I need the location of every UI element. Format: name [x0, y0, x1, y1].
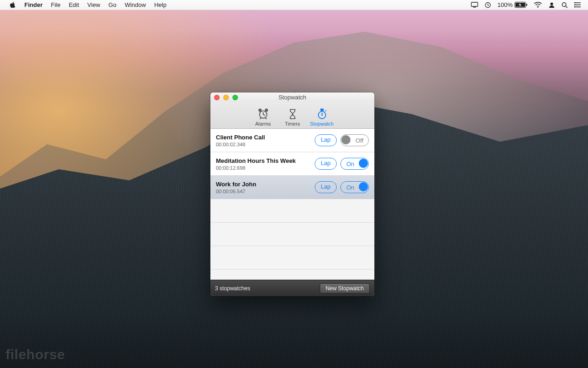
- stopwatch-time: 00:00:02.348: [216, 142, 265, 147]
- menu-edit[interactable]: Edit: [65, 0, 83, 10]
- empty-row: [210, 223, 374, 246]
- svg-rect-25: [321, 109, 323, 110]
- status-battery[interactable]: 100%: [494, 0, 531, 10]
- svg-point-15: [574, 6, 575, 7]
- toolbar: Alarms Timers: [210, 103, 374, 129]
- svg-line-27: [325, 110, 326, 111]
- tab-label: Stopwatch: [308, 121, 336, 126]
- battery-percent-label: 100%: [498, 1, 513, 8]
- hourglass-icon: [279, 107, 306, 121]
- svg-rect-1: [473, 7, 476, 7]
- run-toggle[interactable]: On: [340, 181, 369, 193]
- menu-help[interactable]: Help: [150, 0, 171, 10]
- run-toggle[interactable]: Off: [340, 134, 369, 146]
- tab-label: Timers: [279, 121, 306, 126]
- svg-point-7: [550, 2, 553, 5]
- tab-alarms[interactable]: Alarms: [249, 107, 277, 126]
- empty-row: [210, 246, 374, 270]
- menu-file[interactable]: File: [47, 0, 65, 10]
- apple-menu[interactable]: [6, 2, 20, 8]
- svg-point-13: [574, 2, 575, 3]
- stopwatch-list: Client Phone Call00:00:02.348LapOffMedit…: [210, 129, 374, 280]
- toggle-knob: [341, 135, 351, 144]
- tab-timers[interactable]: Timers: [279, 107, 306, 126]
- status-wifi-icon[interactable]: [531, 0, 545, 10]
- toggle-knob: [359, 182, 368, 191]
- alarm-clock-icon: [249, 107, 277, 121]
- stopwatch-time: 00:00:12.698: [216, 165, 296, 171]
- tab-label: Alarms: [249, 121, 277, 126]
- status-display-icon[interactable]: [468, 0, 481, 10]
- svg-point-28: [321, 115, 322, 116]
- stopwatch-name: Meditation Hours This Week: [216, 157, 296, 164]
- svg-line-9: [565, 6, 567, 8]
- toggle-knob: [359, 159, 368, 168]
- window-footer: 3 stopwatches New Stopwatch: [210, 280, 374, 296]
- svg-rect-4: [526, 4, 527, 6]
- menu-window[interactable]: Window: [120, 0, 150, 10]
- tab-stopwatch[interactable]: Stopwatch: [308, 107, 336, 126]
- status-notification-icon[interactable]: [571, 0, 584, 10]
- lap-button[interactable]: Lap: [315, 158, 337, 170]
- lap-button[interactable]: Lap: [315, 134, 337, 146]
- stopwatch-row[interactable]: Client Phone Call00:00:02.348LapOff: [210, 129, 374, 152]
- stopwatch-name: Work for John: [216, 181, 256, 188]
- watermark: filehorse: [6, 347, 65, 362]
- stopwatch-row[interactable]: Work for John00:00:06.547LapOn: [210, 176, 374, 199]
- svg-point-14: [574, 4, 575, 5]
- desktop: Finder File Edit View Go Window Help 100…: [0, 0, 588, 368]
- new-stopwatch-button[interactable]: New Stopwatch: [320, 283, 370, 293]
- status-clock-icon[interactable]: [481, 0, 494, 10]
- close-button[interactable]: [214, 95, 220, 100]
- empty-row: [210, 199, 374, 223]
- apple-icon: [10, 2, 16, 8]
- menu-app-name[interactable]: Finder: [20, 0, 47, 10]
- svg-line-21: [260, 118, 261, 119]
- status-spotlight-icon[interactable]: [558, 0, 571, 10]
- stopwatch-name: Client Phone Call: [216, 134, 265, 141]
- toggle-label: On: [346, 184, 354, 191]
- svg-rect-0: [471, 2, 478, 6]
- zoom-button[interactable]: [232, 95, 238, 100]
- status-user-icon[interactable]: [545, 0, 558, 10]
- svg-point-8: [562, 2, 566, 6]
- menu-view[interactable]: View: [83, 0, 104, 10]
- menubar: Finder File Edit View Go Window Help 100…: [0, 0, 588, 10]
- window-titlebar[interactable]: Stopwatch: [210, 92, 374, 103]
- stopwatch-row[interactable]: Meditation Hours This Week00:00:12.698La…: [210, 152, 374, 176]
- svg-line-18: [263, 115, 265, 115]
- lap-button[interactable]: Lap: [315, 181, 337, 193]
- stopwatch-count-label: 3 stopwatches: [215, 285, 250, 292]
- svg-line-22: [266, 118, 266, 119]
- svg-point-6: [537, 7, 538, 8]
- stopwatch-window: Stopwatch Alarms: [210, 92, 374, 296]
- run-toggle[interactable]: On: [340, 158, 369, 170]
- toggle-label: Off: [356, 137, 363, 144]
- battery-icon: [514, 2, 527, 8]
- menu-go[interactable]: Go: [104, 0, 120, 10]
- stopwatch-time: 00:00:06.547: [216, 189, 256, 194]
- minimize-button[interactable]: [223, 95, 229, 100]
- toggle-label: On: [346, 161, 354, 167]
- stopwatch-icon: [308, 107, 336, 121]
- empty-row: [210, 270, 374, 280]
